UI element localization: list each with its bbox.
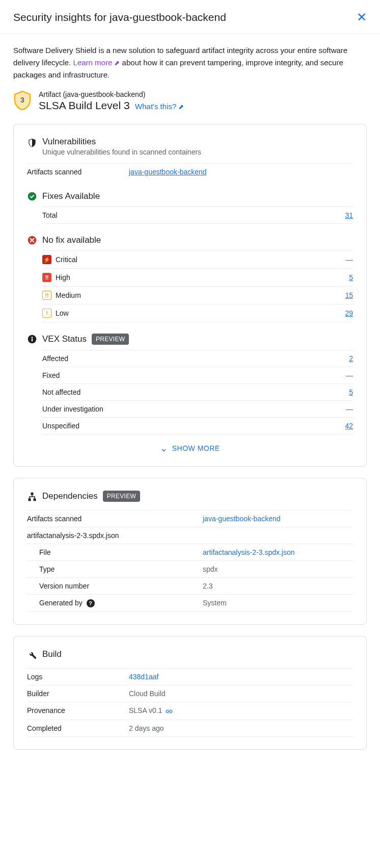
severity-count: — bbox=[346, 256, 353, 264]
dependency-row: Typespdx bbox=[27, 560, 353, 577]
no-fix-title: No fix available bbox=[42, 235, 101, 245]
page-title: Security insights for java-guestbook-bac… bbox=[13, 11, 226, 23]
dep-group-name: artifactanalysis-2-3.spdx.json bbox=[27, 531, 203, 540]
vex-row: Unspecified42 bbox=[42, 417, 353, 435]
build-card: Build Logs438d1aafBuilderCloud BuildProv… bbox=[13, 636, 367, 750]
vex-label: Fixed bbox=[42, 371, 346, 379]
dependencies-icon bbox=[27, 492, 37, 502]
severity-icon: ⚡ bbox=[42, 255, 51, 264]
dependencies-title: Dependencies bbox=[42, 491, 98, 501]
svg-rect-6 bbox=[29, 498, 31, 501]
dependency-label: Type bbox=[27, 565, 203, 573]
severity-count-link[interactable]: 5 bbox=[349, 273, 353, 282]
build-value: SLSA v0.1 bbox=[129, 706, 162, 714]
vex-row: Not affected5 bbox=[42, 384, 353, 400]
vex-label: Not affected bbox=[42, 388, 349, 396]
close-button[interactable]: ✕ bbox=[357, 10, 367, 24]
svg-rect-5 bbox=[31, 493, 34, 495]
severity-count-link[interactable]: 29 bbox=[345, 309, 353, 317]
dependency-value: spdx bbox=[203, 565, 218, 573]
vex-count: — bbox=[346, 371, 353, 379]
external-link-icon: ⬈ bbox=[114, 59, 120, 67]
vex-count-link[interactable]: 42 bbox=[345, 422, 353, 430]
build-row: ProvenanceSLSA v0.1 bbox=[27, 702, 353, 720]
build-value: Cloud Build bbox=[129, 690, 166, 698]
severity-icon: ! bbox=[42, 309, 51, 318]
slsa-badge-icon: 3 bbox=[13, 90, 32, 111]
build-row: Logs438d1aaf bbox=[27, 668, 353, 685]
preview-badge: PREVIEW bbox=[92, 334, 129, 345]
dependency-label: Version number bbox=[27, 582, 203, 590]
vulnerabilities-subtitle: Unique vulnerabilities found in scanned … bbox=[42, 148, 201, 156]
dep-artifacts-scanned-link[interactable]: java-guestbook-backend bbox=[203, 515, 281, 523]
vex-count-link[interactable]: 2 bbox=[349, 354, 353, 363]
vex-label: Affected bbox=[42, 354, 349, 363]
vex-row: Fixed— bbox=[42, 367, 353, 384]
fixes-total-label: Total bbox=[42, 211, 345, 219]
learn-more-link[interactable]: Learn more ⬈ bbox=[73, 58, 120, 67]
error-circle-icon bbox=[27, 235, 37, 245]
dependency-row: Version number2.3 bbox=[27, 577, 353, 594]
intro-text: Software Delivery Shield is a new soluti… bbox=[13, 44, 367, 81]
severity-label: Medium bbox=[56, 291, 81, 299]
dep-artifacts-scanned-label: Artifacts scanned bbox=[27, 515, 203, 523]
build-label: Builder bbox=[27, 690, 129, 698]
severity-row: ‼High5 bbox=[42, 268, 353, 286]
svg-rect-4 bbox=[32, 339, 33, 342]
dependency-value: System bbox=[203, 599, 227, 607]
severity-icon: ‼ bbox=[42, 273, 51, 282]
artifacts-scanned-link[interactable]: java-guestbook-backend bbox=[129, 168, 207, 176]
vex-label: Unspecified bbox=[42, 422, 345, 430]
help-icon[interactable]: ? bbox=[87, 599, 95, 607]
show-more-label: SHOW MORE bbox=[172, 444, 220, 452]
build-label: Completed bbox=[27, 724, 129, 732]
show-more-button[interactable]: ⌄ SHOW MORE bbox=[27, 435, 353, 454]
vex-label: Under investigation bbox=[42, 405, 346, 413]
check-circle-icon bbox=[27, 191, 37, 201]
dependency-row: Generated by ?System bbox=[27, 594, 353, 612]
build-label: Logs bbox=[27, 673, 129, 681]
svg-point-3 bbox=[32, 337, 33, 338]
severity-label: High bbox=[56, 273, 70, 282]
dependencies-card: Dependencies PREVIEW Artifacts scanned j… bbox=[13, 478, 367, 625]
build-value: 2 days ago bbox=[129, 724, 164, 732]
artifacts-scanned-label: Artifacts scanned bbox=[27, 168, 129, 176]
build-row: BuilderCloud Build bbox=[27, 685, 353, 702]
vex-status-title: VEX Status bbox=[42, 334, 87, 344]
info-circle-icon bbox=[27, 334, 37, 344]
severity-count-link[interactable]: 15 bbox=[345, 291, 353, 299]
dependency-value-link[interactable]: artifactanalysis-2-3.spdx.json bbox=[203, 548, 295, 556]
slsa-title: SLSA Build Level 3 bbox=[39, 99, 130, 111]
severity-row: !Low29 bbox=[42, 304, 353, 322]
artifact-label: Artifact (java-guestbook-backend) bbox=[39, 90, 367, 98]
vex-count-link[interactable]: 5 bbox=[349, 388, 353, 396]
vex-row: Affected2 bbox=[42, 350, 353, 367]
dependency-row: Fileartifactanalysis-2-3.spdx.json bbox=[27, 544, 353, 560]
severity-row: ⚡Critical— bbox=[42, 250, 353, 268]
dependency-label: Generated by ? bbox=[27, 599, 203, 607]
severity-row: !!Medium15 bbox=[42, 286, 353, 304]
slsa-level-number: 3 bbox=[20, 96, 24, 104]
external-link-icon: ⬈ bbox=[178, 103, 184, 111]
vulnerabilities-title: Vulnerabilities bbox=[42, 137, 201, 147]
vex-row: Under investigation— bbox=[42, 400, 353, 417]
preview-badge: PREVIEW bbox=[103, 491, 140, 502]
link-icon[interactable] bbox=[165, 706, 173, 715]
build-value-link[interactable]: 438d1aaf bbox=[129, 673, 158, 681]
build-title: Build bbox=[42, 649, 62, 659]
whats-this-link[interactable]: What's this? ⬈ bbox=[135, 102, 184, 111]
severity-label: Low bbox=[56, 309, 69, 317]
shield-icon bbox=[27, 138, 37, 148]
svg-rect-7 bbox=[34, 498, 36, 501]
vex-count: — bbox=[346, 405, 353, 413]
dependency-value: 2.3 bbox=[203, 582, 212, 590]
fixes-total-link[interactable]: 31 bbox=[345, 211, 353, 219]
severity-label: Critical bbox=[56, 256, 77, 264]
dependency-label: File bbox=[27, 548, 203, 556]
severity-icon: !! bbox=[42, 291, 51, 300]
chevron-down-icon: ⌄ bbox=[160, 443, 168, 454]
fixes-available-title: Fixes Available bbox=[42, 191, 100, 201]
build-label: Provenance bbox=[27, 706, 129, 716]
vulnerabilities-card: Vulnerabilities Unique vulnerabilities f… bbox=[13, 124, 367, 467]
build-row: Completed2 days ago bbox=[27, 720, 353, 737]
